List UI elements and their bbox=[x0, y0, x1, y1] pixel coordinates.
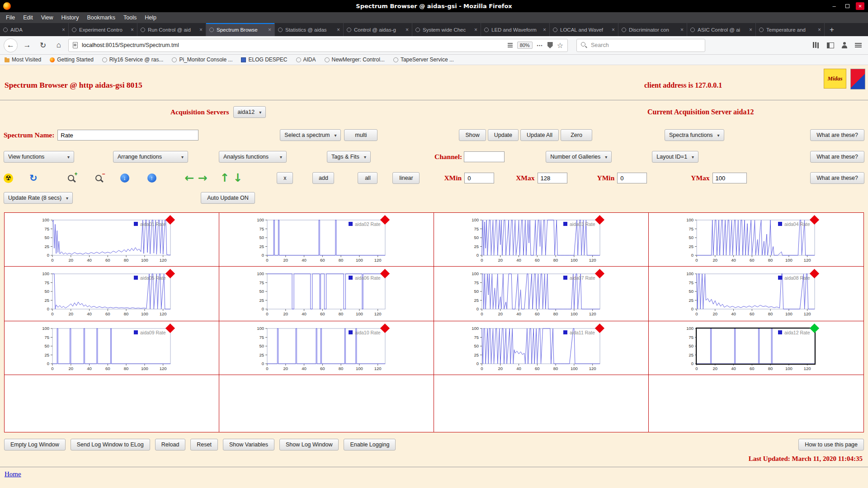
tab-3[interactable]: Run Control @ aid× bbox=[137, 23, 206, 36]
view-functions-dropdown[interactable]: View functions ▾ bbox=[4, 151, 74, 163]
move-up-icon[interactable]: ↑ bbox=[147, 174, 156, 183]
reload-button[interactable]: Reload bbox=[155, 439, 186, 450]
spectrum-chart-aida05[interactable]: 0255075100020406080100120aida05 Rate bbox=[33, 271, 189, 318]
bookmark-item-6[interactable]: AIDA bbox=[296, 56, 316, 63]
send-log-window-to-elog-button[interactable]: Send Log Window to ELog bbox=[71, 439, 150, 450]
spectrum-chart-aida11[interactable]: 0255075100020406080100120aida11 Rate bbox=[463, 326, 619, 373]
layout-id-dropdown[interactable]: Layout ID=1 ▾ bbox=[652, 151, 698, 163]
bookmark-item-8[interactable]: TapeServer Service ... bbox=[393, 56, 454, 63]
bookmark-item-5[interactable]: ELOG DESPEC bbox=[241, 56, 287, 63]
tab-4[interactable]: Spectrum Browse× bbox=[206, 23, 275, 36]
enable-logging-button[interactable]: Enable Logging bbox=[344, 439, 396, 450]
spectrum-chart-aida03[interactable]: 0255075100020406080100120aida03 Rate bbox=[463, 217, 619, 264]
reload-button[interactable]: ↻ bbox=[37, 39, 49, 52]
what-are-these-button-2[interactable]: What are these? bbox=[810, 151, 864, 163]
select-spectrum-dropdown[interactable]: Select a spectrum ▾ bbox=[280, 129, 341, 141]
x-axis-button[interactable]: x bbox=[277, 172, 293, 184]
pan-up-icon[interactable]: ↑ bbox=[220, 173, 230, 183]
move-down-icon[interactable]: ↓ bbox=[120, 174, 129, 183]
spectrum-chart-aida02[interactable]: 0255075100020406080100120aida02 Rate bbox=[248, 217, 404, 264]
page-actions-icon[interactable]: ⋯ bbox=[537, 42, 543, 49]
menu-view[interactable]: View bbox=[37, 13, 57, 22]
menu-file[interactable]: File bbox=[2, 13, 19, 22]
what-are-these-button-3[interactable]: What are these? bbox=[810, 172, 864, 184]
menu-bookmarks[interactable]: Bookmarks bbox=[83, 13, 119, 22]
home-button[interactable]: ⌂ bbox=[52, 39, 65, 52]
tab-10[interactable]: Discriminator con× bbox=[618, 23, 687, 36]
bookmark-item-1[interactable]: Most Visited bbox=[5, 56, 41, 63]
zoom-out-icon[interactable]: − bbox=[95, 174, 104, 183]
zero-button[interactable]: Zero bbox=[561, 129, 592, 141]
tab-7[interactable]: System wide Chec× bbox=[412, 23, 481, 36]
tab-close-icon[interactable]: × bbox=[268, 27, 271, 33]
tab-close-icon[interactable]: × bbox=[612, 27, 615, 33]
menu-history[interactable]: History bbox=[57, 13, 83, 22]
new-tab-button[interactable]: + bbox=[825, 23, 839, 36]
xmax-input[interactable] bbox=[538, 173, 567, 183]
multi-button[interactable]: multi bbox=[344, 129, 377, 141]
home-link[interactable]: Home bbox=[5, 470, 21, 478]
number-of-galleries-dropdown[interactable]: Number of Galleries ▾ bbox=[546, 151, 612, 163]
url-bar[interactable]: localhost:8015/Spectrum/Spectrum.tml 80%… bbox=[68, 39, 568, 52]
tab-9[interactable]: LOCAL and Wavef× bbox=[550, 23, 618, 36]
ymax-input[interactable] bbox=[712, 173, 747, 183]
tab-1[interactable]: AIDA× bbox=[0, 23, 69, 36]
beam-radiation-icon[interactable]: ☢ bbox=[4, 174, 13, 183]
menu-hamburger-icon[interactable] bbox=[855, 42, 862, 48]
spectrum-chart-aida08[interactable]: 0255075100020406080100120aida08 Rate bbox=[678, 271, 834, 318]
pocket-icon[interactable] bbox=[547, 42, 553, 48]
tab-close-icon[interactable]: × bbox=[406, 27, 409, 33]
spectrum-chart-aida07[interactable]: 0255075100020406080100120aida07 Rate bbox=[463, 271, 619, 318]
how-to-use-button[interactable]: How to use this page bbox=[798, 439, 864, 450]
show-log-window-button[interactable]: Show Log Window bbox=[279, 439, 339, 450]
arrange-functions-dropdown[interactable]: Arrange functions ▾ bbox=[113, 151, 188, 163]
bookmark-item-3[interactable]: Rly16 Service @ ras... bbox=[102, 56, 164, 63]
update-all-button[interactable]: Update All bbox=[520, 129, 559, 141]
add-button[interactable]: add bbox=[312, 172, 334, 184]
xmin-input[interactable] bbox=[464, 173, 494, 183]
tab-11[interactable]: ASIC Control @ ai× bbox=[687, 23, 756, 36]
sidebar-toggle-icon[interactable] bbox=[827, 42, 834, 48]
spectra-functions-dropdown[interactable]: Spectra functions ▾ bbox=[665, 129, 724, 141]
spectrum-chart-aida06[interactable]: 0255075100020406080100120aida06 Rate bbox=[248, 271, 404, 318]
auto-update-button[interactable]: Auto Update ON bbox=[201, 192, 255, 204]
refresh-icon[interactable]: ↻ bbox=[29, 173, 38, 183]
menu-edit[interactable]: Edit bbox=[19, 13, 37, 22]
reader-mode-icon[interactable] bbox=[507, 42, 513, 48]
tab-close-icon[interactable]: × bbox=[131, 27, 134, 33]
channel-input[interactable] bbox=[464, 151, 505, 162]
bookmark-item-4[interactable]: Pi_Monitor Console ... bbox=[172, 56, 232, 63]
spectrum-chart-aida04[interactable]: 0255075100020406080100120aida04 Rate bbox=[678, 217, 834, 264]
menu-tools[interactable]: Tools bbox=[119, 13, 141, 22]
tab-close-icon[interactable]: × bbox=[749, 27, 752, 33]
empty-log-window-button[interactable]: Empty Log Window bbox=[4, 439, 66, 450]
ymin-input[interactable] bbox=[617, 173, 647, 183]
what-are-these-button-1[interactable]: What are these? bbox=[810, 129, 864, 141]
tab-2[interactable]: Experiment Contro× bbox=[69, 23, 137, 36]
show-button[interactable]: Show bbox=[459, 129, 486, 141]
back-button[interactable]: ← bbox=[4, 38, 18, 52]
tab-6[interactable]: Control @ aidas-g× bbox=[344, 23, 412, 36]
tab-close-icon[interactable]: × bbox=[818, 27, 821, 33]
tags-fits-dropdown[interactable]: Tags & Fits ▾ bbox=[327, 151, 371, 163]
bookmark-star-icon[interactable]: ☆ bbox=[557, 41, 563, 50]
tab-close-icon[interactable]: × bbox=[680, 27, 684, 33]
tab-12[interactable]: Temperature and× bbox=[756, 23, 825, 36]
tab-close-icon[interactable]: × bbox=[62, 27, 65, 33]
all-button[interactable]: all bbox=[358, 172, 377, 184]
spectrum-chart-aida09[interactable]: 0255075100020406080100120aida09 Rate bbox=[33, 326, 189, 373]
forward-button[interactable]: → bbox=[21, 39, 33, 52]
spectrum-name-input[interactable] bbox=[57, 130, 198, 141]
minimize-button[interactable]: – bbox=[830, 2, 839, 10]
menu-help[interactable]: Help bbox=[141, 13, 160, 22]
zoom-level-chip[interactable]: 80% bbox=[517, 42, 533, 49]
account-icon[interactable] bbox=[841, 42, 848, 48]
reset-button[interactable]: Reset bbox=[190, 439, 218, 450]
tab-8[interactable]: LED and Waveform× bbox=[481, 23, 550, 36]
spectrum-chart-aida10[interactable]: 0255075100020406080100120aida10 Rate bbox=[248, 326, 404, 373]
pan-left-icon[interactable]: ← bbox=[185, 173, 194, 183]
linear-button[interactable]: linear bbox=[392, 172, 420, 184]
analysis-functions-dropdown[interactable]: Analysis functions ▾ bbox=[219, 151, 287, 163]
tab-close-icon[interactable]: × bbox=[474, 27, 477, 33]
tab-close-icon[interactable]: × bbox=[543, 27, 546, 33]
